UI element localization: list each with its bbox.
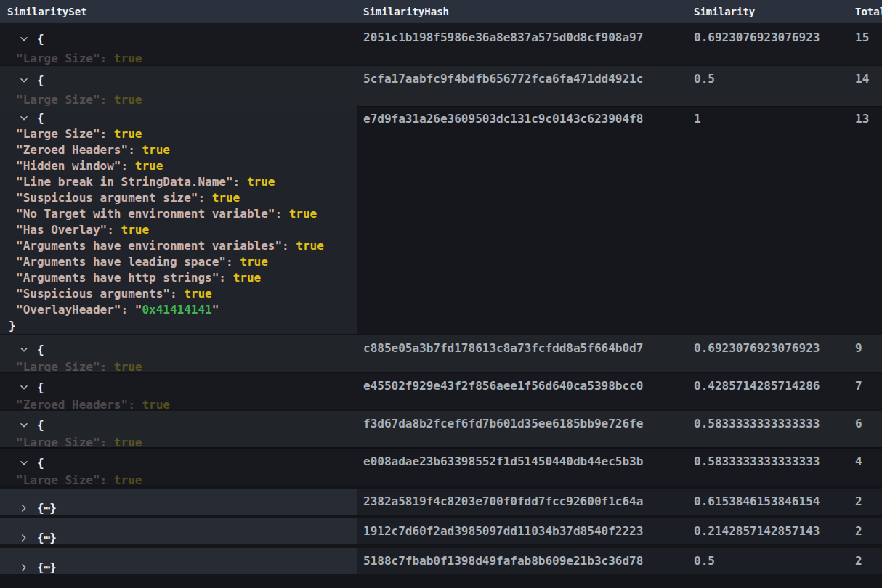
json-open-brace: { — [37, 113, 44, 124]
similarity-set-cell: {"Large Size": true — [0, 447, 357, 485]
total-value-cell: 2 — [849, 518, 882, 544]
json-boolean-value: true — [114, 436, 142, 447]
similarity-hash-cell: 2382a5819f4c8203e700f0fdd7fcc92600f1c64a — [357, 489, 688, 515]
total-value-cell: 2 — [849, 548, 882, 574]
json-boolean-value: true — [296, 239, 324, 253]
json-entry: "Arguments have environment variables": … — [0, 238, 357, 254]
table-row[interactable]: {"Large Size": true2051c1b198f5986e36a8e… — [0, 23, 882, 65]
chevron-right-icon[interactable] — [19, 563, 29, 573]
json-entry: "OverlayHeader": "0x41414141" — [0, 302, 357, 318]
similarity-hash-cell: 5cfa17aabfc9f4bdfb656772fca6fa471dd4921c — [357, 65, 688, 106]
table-row[interactable]: {"Large Size": truec885e05a3b7fd178613c8… — [0, 334, 882, 372]
expanded-json-toggle[interactable]: { — [0, 409, 357, 433]
json-string-value: 0x41414141 — [142, 303, 211, 317]
json-string-quote: " — [212, 303, 219, 317]
similarity-value-cell: 0.5 — [688, 548, 849, 574]
json-boolean-value: true — [114, 360, 142, 372]
json-boolean-value: true — [289, 207, 317, 221]
column-header-total[interactable]: Total — [849, 0, 882, 23]
chevron-down-icon[interactable] — [19, 34, 29, 44]
similarity-hash-cell: c885e05a3b7fd178613c8a73fcfdd8a5f664b0d7 — [357, 334, 688, 372]
json-entry: "Hidden window": true — [0, 158, 357, 174]
json-boolean-value: true — [240, 255, 268, 269]
total-value-cell: 7 — [849, 372, 882, 409]
total-value-cell: 9 — [849, 334, 882, 372]
json-entry: "Large Size": true — [0, 126, 357, 142]
expanded-json-toggle[interactable]: { — [0, 110, 357, 126]
collapsed-json-placeholder: {⋯} — [37, 531, 56, 544]
json-open-brace: { — [37, 75, 44, 86]
json-boolean-value: true — [114, 52, 142, 65]
chevron-down-icon[interactable] — [19, 75, 29, 86]
json-boolean-value: true — [247, 175, 275, 189]
similarity-set-cell: {"Zeroed Headers": true — [0, 372, 357, 409]
json-entry: "Suspicious arguments": true — [0, 286, 357, 302]
json-key: "Large Size": — [16, 127, 114, 141]
json-key: "Arguments have http strings": — [16, 271, 233, 285]
similarity-set-cell: {⋯} — [0, 489, 357, 515]
json-entry: "Suspicious argument size": true — [0, 190, 357, 206]
chevron-down-icon[interactable] — [19, 113, 29, 123]
similarity-value-cell: 0.5833333333333333 — [688, 447, 849, 485]
json-open-brace: { — [37, 344, 44, 356]
table-row[interactable]: {"Large Size": truee008adae23b63398552f1… — [0, 447, 882, 485]
json-key: "OverlayHeader": — [16, 303, 135, 317]
table-row[interactable]: {"Large Size": true"Zeroed Headers": tru… — [0, 106, 882, 334]
json-boolean-value: true — [184, 287, 212, 301]
total-value-cell: 14 — [849, 65, 882, 106]
json-key: "Arguments have leading space": — [16, 255, 240, 269]
json-entry: "Has Overlay": true — [0, 222, 357, 238]
similarity-table-view: SimilaritySet SimilarityHash Similarity … — [0, 0, 882, 588]
similarity-hash-cell: e7d9fa31a26e3609503dc131c9c0143c623904f8 — [357, 106, 688, 334]
expanded-json-toggle[interactable]: { — [0, 334, 357, 358]
json-key: "Hidden window": — [16, 159, 135, 173]
collapsed-json-toggle[interactable]: {⋯} — [0, 494, 357, 515]
column-header-similarity[interactable]: Similarity — [688, 0, 849, 23]
table-row[interactable]: {⋯}1912c7d60f2ad3985097dd11034b37d8540f2… — [0, 518, 882, 544]
table-body: {"Large Size": true2051c1b198f5986e36a8e… — [0, 23, 882, 574]
collapsed-json-placeholder: {⋯} — [37, 501, 56, 515]
expanded-json-toggle[interactable]: { — [0, 65, 357, 89]
expanded-json-toggle[interactable]: { — [0, 447, 357, 471]
chevron-down-icon[interactable] — [19, 420, 29, 430]
column-header-similarityset[interactable]: SimilaritySet — [0, 0, 357, 23]
table-row[interactable]: {⋯}5188c7fbab0f1398d49fafab8b609e21b3c36… — [0, 548, 882, 574]
chevron-down-icon[interactable] — [19, 458, 29, 468]
column-header-similarityhash[interactable]: SimilarityHash — [357, 0, 688, 23]
json-key: "Large Size": — [16, 52, 114, 65]
json-open-brace: { — [37, 420, 44, 431]
json-entry-preview-clipped: "Large Size": true — [16, 93, 142, 106]
table-row[interactable]: {"Large Size": truef3d67da8b2fcef6fd7b60… — [0, 409, 882, 447]
similarity-hash-cell: e45502f929e43f2f856aee1f56d640ca5398bcc0 — [357, 372, 688, 409]
json-entry-preview-clipped: "Large Size": true — [16, 473, 142, 485]
expanded-json-toggle[interactable]: { — [0, 372, 357, 396]
json-boolean-value: true — [233, 271, 262, 285]
similarity-value-cell: 0.6923076923076923 — [688, 334, 849, 372]
similarity-set-cell: {⋯} — [0, 518, 357, 544]
json-open-brace: { — [37, 33, 44, 45]
json-entry: "No Target with environment variable": t… — [0, 206, 357, 222]
json-open-brace: { — [37, 457, 44, 469]
table-row[interactable]: {"Zeroed Headers": truee45502f929e43f2f8… — [0, 372, 882, 409]
chevron-right-icon[interactable] — [19, 503, 29, 513]
json-boolean-value: true — [212, 191, 240, 205]
chevron-down-icon[interactable] — [19, 383, 29, 393]
json-entry: "Arguments have leading space": true — [0, 254, 357, 270]
similarity-hash-cell: e008adae23b63398552f1d51450440db44ec5b3b — [357, 447, 688, 485]
expanded-json-toggle[interactable]: { — [0, 23, 357, 47]
chevron-right-icon[interactable] — [19, 533, 29, 543]
collapsed-json-toggle[interactable]: {⋯} — [0, 524, 357, 544]
chevron-down-icon[interactable] — [19, 345, 29, 355]
json-entry-preview-clipped: "Large Size": true — [16, 360, 142, 372]
collapsed-json-toggle[interactable]: {⋯} — [0, 554, 357, 574]
similarity-set-cell: {"Large Size": true — [0, 409, 357, 447]
json-key: "Zeroed Headers": — [16, 398, 142, 409]
json-boolean-value: true — [114, 127, 142, 141]
table-row[interactable]: {⋯}2382a5819f4c8203e700f0fdd7fcc92600f1c… — [0, 489, 882, 515]
json-string-quote: " — [135, 303, 142, 317]
table-row[interactable]: {"Large Size": true5cfa17aabfc9f4bdfb656… — [0, 65, 882, 106]
similarity-set-cell: {"Large Size": true — [0, 334, 357, 372]
total-value-cell: 2 — [849, 489, 882, 515]
json-key: "Suspicious argument size": — [16, 191, 212, 205]
table-header-row: SimilaritySet SimilarityHash Similarity … — [0, 0, 882, 23]
